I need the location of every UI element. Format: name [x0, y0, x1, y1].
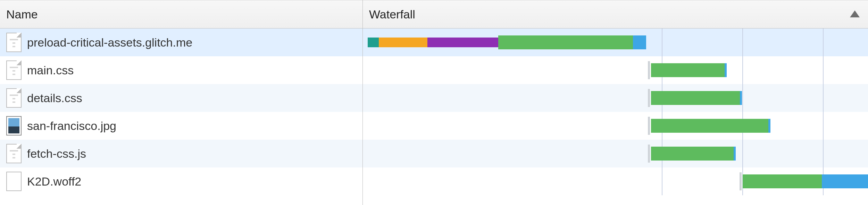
timeline-marker — [823, 140, 824, 167]
name-cell: main.css — [6, 60, 356, 80]
font-file-icon — [6, 172, 22, 191]
request-row[interactable]: main.css — [0, 56, 362, 84]
request-row[interactable]: K2D.woff2 — [0, 167, 362, 195]
timing-segment-green — [743, 174, 822, 188]
waterfall-lane — [363, 84, 868, 112]
sort-ascending-icon — [850, 10, 860, 17]
timeline-marker — [742, 56, 743, 84]
timing-segment-purple — [427, 38, 498, 47]
name-cell: fetch-css.js — [6, 144, 356, 163]
request-name: K2D.woff2 — [27, 175, 81, 188]
timeline-marker — [823, 56, 824, 84]
waterfall-column-header[interactable]: Waterfall — [363, 0, 868, 28]
name-column-header[interactable]: Name — [0, 0, 362, 28]
name-cell: san-francisco.jpg — [6, 116, 356, 136]
document-file-icon — [6, 144, 22, 163]
document-file-icon — [6, 33, 22, 52]
request-name: fetch-css.js — [27, 147, 86, 161]
waterfall-column-header-label: Waterfall — [369, 8, 415, 21]
request-row[interactable]: fetch-css.js — [0, 140, 362, 167]
queue-tick — [648, 145, 650, 163]
waterfall-column: Waterfall — [363, 0, 868, 205]
timing-segment-blue — [734, 147, 736, 161]
network-table: Name preload-critical-assets.glitch.mema… — [0, 0, 868, 205]
queue-tick — [648, 61, 650, 79]
timeline-marker — [742, 140, 743, 167]
request-row[interactable]: details.css — [0, 84, 362, 112]
request-name: details.css — [27, 91, 82, 105]
name-column: Name preload-critical-assets.glitch.mema… — [0, 0, 363, 205]
timeline-marker — [823, 84, 824, 112]
timeline-marker — [662, 28, 662, 56]
name-cell: details.css — [6, 88, 356, 108]
request-name: preload-critical-assets.glitch.me — [27, 36, 192, 49]
image-file-icon — [6, 116, 22, 136]
timeline-marker — [742, 84, 743, 112]
waterfall-lane — [363, 140, 868, 167]
queue-tick — [648, 89, 650, 107]
timeline-marker — [742, 28, 743, 56]
timing-segment-green — [651, 63, 725, 77]
waterfall-lane — [363, 167, 868, 195]
request-row[interactable]: san-francisco.jpg — [0, 112, 362, 140]
queue-tick — [648, 117, 650, 135]
queue-tick — [740, 172, 742, 190]
request-name: main.css — [27, 64, 74, 77]
timeline-marker — [823, 28, 824, 56]
timing-segment-teal — [368, 38, 379, 47]
waterfall-row[interactable] — [363, 112, 868, 140]
waterfall-row[interactable] — [363, 167, 868, 195]
timing-segment-green — [651, 147, 734, 161]
waterfall-row[interactable] — [363, 84, 868, 112]
timing-segment-green — [651, 91, 740, 105]
timing-segment-blue — [768, 119, 770, 133]
name-cell: K2D.woff2 — [6, 172, 356, 191]
timing-segment-orange — [379, 38, 427, 47]
timeline-marker — [823, 112, 824, 140]
waterfall-lane — [363, 56, 868, 84]
document-file-icon — [6, 60, 22, 80]
timing-segment-blue — [822, 174, 868, 188]
waterfall-row[interactable] — [363, 140, 868, 167]
request-name: san-francisco.jpg — [27, 119, 116, 133]
timing-segment-green — [498, 35, 633, 49]
timing-segment-blue — [740, 91, 742, 105]
name-cell: preload-critical-assets.glitch.me — [6, 33, 356, 52]
timing-segment-blue — [633, 35, 646, 49]
waterfall-lane — [363, 28, 868, 56]
timing-segment-blue — [725, 63, 727, 77]
timing-segment-green — [651, 119, 768, 133]
request-row[interactable]: preload-critical-assets.glitch.me — [0, 28, 362, 56]
name-column-header-label: Name — [6, 8, 38, 21]
waterfall-row[interactable] — [363, 56, 868, 84]
waterfall-row[interactable] — [363, 28, 868, 56]
waterfall-lane — [363, 112, 868, 140]
document-file-icon — [6, 88, 22, 108]
timeline-marker — [662, 167, 662, 195]
